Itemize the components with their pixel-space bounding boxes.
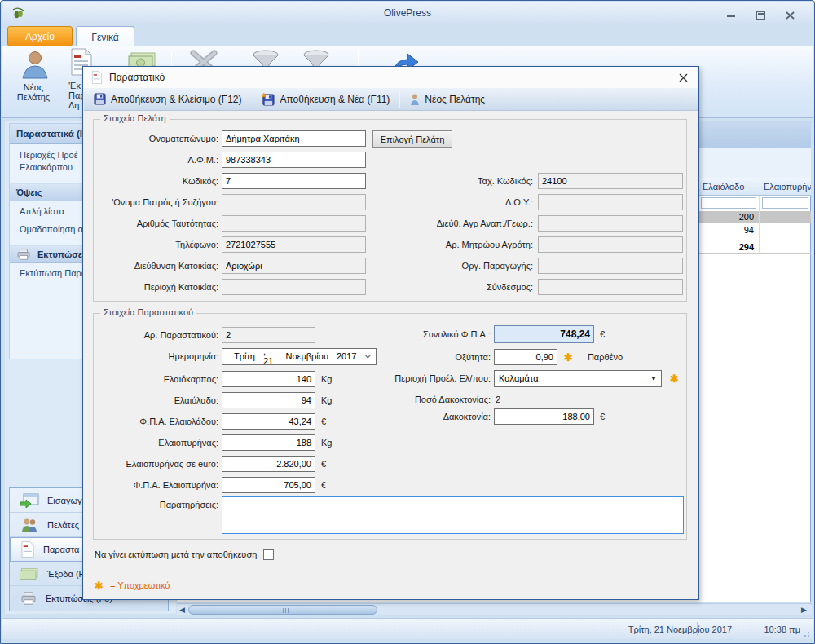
person-icon (410, 94, 420, 105)
name-field[interactable]: Δήμητρα Χαριτάκη (222, 130, 366, 147)
import-icon (20, 493, 39, 508)
name-label: Ονοματεπώνυμο: (95, 134, 218, 143)
pomace-field[interactable]: 188 (222, 434, 315, 451)
minimize-button[interactable] (724, 11, 738, 20)
pomace-label: Ελαιοπυρήνας: (95, 438, 218, 448)
expenses-icon (20, 567, 39, 580)
save-new-button[interactable]: Αποθήκευση & Νέα (F11) (251, 88, 399, 110)
phone-label: Τηλέφωνο: (95, 240, 218, 249)
date-label: Ημερομηνία: (95, 351, 218, 361)
select-client-button[interactable]: Επιλογή Πελάτη (372, 130, 452, 148)
dialog-title: Παραστατικό (109, 72, 165, 83)
dropdown-arrow-icon: ▼ (650, 375, 657, 382)
grid-column-oliveoil[interactable]: Ελαιόλαδο (698, 178, 760, 196)
address-label: Διεύθυνση Κατοικίας: (95, 261, 218, 271)
oliveoil-field[interactable]: 94 (222, 392, 315, 408)
registry-label: Αρ. Μητρώου Αγρότη: (385, 240, 533, 249)
father-field[interactable] (222, 194, 366, 210)
pomace-vat-label: Φ.Π.Α. Ελαιοπυρήνα: (95, 480, 218, 490)
required-star: ✱ (564, 351, 573, 364)
printer-icon (16, 249, 31, 260)
code-label: Κωδικός: (95, 176, 218, 186)
olivefruit-label: Ελαιόκαρπος: (95, 374, 218, 384)
restore-button[interactable] (753, 11, 768, 20)
client-section-title: Στοιχεία Πελάτη (100, 113, 170, 123)
close-icon (786, 11, 795, 20)
grid-column-pomace[interactable]: Ελαιοπυρήν (760, 178, 811, 196)
total-vat-label: Συνολικό Φ.Π.Α.: (344, 329, 491, 339)
resize-grip[interactable] (804, 629, 811, 637)
link-label: Σύνδεσμος: (385, 282, 533, 292)
area-label: Περιοχή Κατοικίας: (95, 282, 218, 292)
address-field[interactable]: Αριοχώρι (222, 258, 366, 274)
scrollbar-thumb[interactable] (188, 605, 377, 615)
oliveoil-label: Ελαιόλαδο: (95, 395, 218, 405)
new-client-label[interactable]: ΝέοςΠελάτης (7, 82, 60, 102)
doy-field[interactable] (538, 194, 683, 210)
print-after-save-label: Να γίνει εκτύπωση μετά την αποθήκευση (95, 549, 257, 559)
app-window: OlivePress Αρχείο Γενικά ΝέοςΠελάτης (0, 0, 815, 644)
statusbar-date: Τρίτη, 21 Νοεμβρίου 2017 (628, 624, 732, 634)
titlebar: OlivePress (2, 2, 813, 24)
notes-label: Παρατηρήσεις: (95, 500, 218, 509)
origin-dropdown[interactable]: Καλαμάτα ▼ (494, 370, 662, 387)
father-label: 'Ονομα Πατρός ή Συζήγου: (95, 197, 218, 207)
statusbar-time: 10:38 πμ (764, 624, 800, 634)
print-after-save-checkbox[interactable] (263, 549, 274, 560)
dialog-close-button[interactable] (676, 71, 690, 84)
acidity-label: Οξύτητα: (344, 352, 491, 362)
phone-field[interactable]: 2721027555 (222, 236, 366, 253)
area-field[interactable] (222, 279, 366, 295)
grid-filter-oliveoil[interactable] (701, 197, 756, 209)
dialog-titlebar: Παραστατικό (83, 67, 698, 88)
olivefruit-field[interactable]: 140 (222, 371, 315, 387)
notes-textarea[interactable] (222, 496, 684, 534)
pomace-eur-field[interactable]: 2.820,00 (222, 456, 315, 472)
document-section-title: Στοιχεία Παραστατικού (100, 307, 196, 317)
pomace-eur-label: Ελαιοπυρήνας σε euro: (95, 459, 218, 469)
required-star: ✱ (670, 373, 679, 385)
pomace-vat-field[interactable]: 705,00 (222, 477, 315, 493)
doc-number-field[interactable]: 2 (222, 327, 315, 343)
link-field[interactable] (538, 279, 683, 295)
idnum-label: Αριθμός Ταυτότητας: (95, 218, 218, 228)
idnum-field[interactable] (222, 215, 366, 232)
save-icon (94, 93, 106, 105)
acidity-field[interactable]: 0,90 (494, 349, 557, 365)
registry-field[interactable] (538, 236, 683, 253)
dako-qty-value: 2 (496, 395, 500, 404)
doy-label: Δ.Ο.Υ.: (385, 197, 533, 207)
dako-qty-label: Ποσό Δακοκτονίας: (344, 395, 491, 404)
zip-field[interactable]: 24100 (538, 173, 683, 189)
required-star: ✱ (95, 580, 104, 592)
save-close-button[interactable]: Αποθήκευση & Κλείσιμο (F12) (84, 88, 251, 110)
oilvat-field[interactable]: 43,24 (222, 413, 315, 430)
dialog-toolbar: Αποθήκευση & Κλείσιμο (F12) Αποθήκευση &… (84, 88, 698, 111)
new-client-icon[interactable] (20, 50, 51, 79)
tab-general[interactable]: Γενικά (76, 26, 134, 47)
scroll-left-icon[interactable]: ◀ (179, 606, 185, 614)
document-icon (91, 71, 103, 84)
horizontal-scrollbar[interactable]: ◀ ▶ (177, 603, 812, 615)
afm-field[interactable]: 987338343 (222, 152, 366, 168)
doc-number-label: Αρ. Παραστατικού: (95, 330, 218, 340)
printer-icon (20, 592, 37, 605)
documents-icon (20, 541, 35, 558)
agri-field[interactable] (538, 215, 683, 232)
scroll-right-icon[interactable]: ▶ (801, 606, 807, 614)
afm-label: Α.Φ.Μ.: (95, 155, 218, 165)
close-button[interactable] (782, 11, 797, 20)
total-vat-field: 748,24 (494, 325, 594, 343)
statusbar: Τρίτη, 21 Νοεμβρίου 2017 10:38 πμ (2, 618, 813, 639)
tab-file[interactable]: Αρχείο (7, 26, 73, 46)
code-field[interactable]: 7 (222, 173, 366, 189)
document-dialog: Παραστατικό Αποθήκευση & Κλείσιμο (F12) (82, 66, 699, 600)
origin-label: Περιοχή Προέλ. Ελ/που: (344, 373, 491, 383)
dako-field[interactable]: 188,00 (494, 408, 594, 425)
save-new-icon (261, 93, 275, 106)
close-icon (679, 73, 688, 82)
grid-filter-pomace[interactable] (762, 197, 808, 209)
dialog-new-client-button[interactable]: Νέος Πελάτης (400, 88, 495, 110)
org-label: Οργ. Παραγωγής: (385, 261, 533, 271)
org-field[interactable] (538, 258, 683, 274)
